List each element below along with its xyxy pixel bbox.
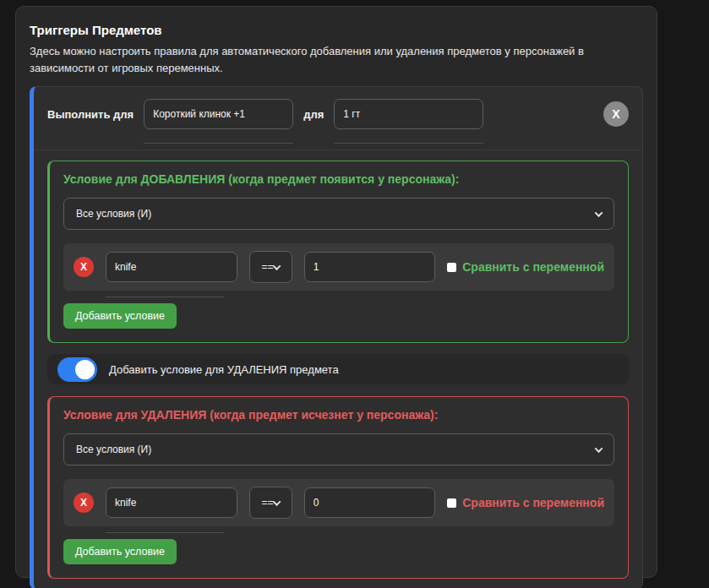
input-underline — [334, 143, 483, 144]
add-compare-variable-control[interactable]: Сравнить с переменной — [447, 260, 604, 274]
chevron-down-icon — [272, 262, 281, 270]
page-title: Триггеры Предметов — [30, 23, 643, 37]
add-logic-select[interactable]: Все условия (И) — [63, 198, 614, 230]
chevron-down-icon — [595, 209, 603, 217]
remove-compare-variable-control[interactable]: Сравнить с переменной — [447, 496, 604, 509]
item-field — [144, 99, 293, 129]
remove-logic-select[interactable]: Все условия (И) — [63, 433, 614, 466]
item-name-input[interactable] — [144, 99, 293, 129]
remove-operator-select[interactable]: == — [249, 487, 292, 519]
for-label: для — [303, 108, 324, 121]
removal-toggle-row: Добавить условие для УДАЛЕНИЯ предмета — [47, 354, 629, 384]
item-triggers-panel: Триггеры Предметов Здесь можно настроить… — [15, 6, 657, 578]
remove-operator-value: == — [262, 497, 274, 509]
add-value-input[interactable] — [304, 252, 436, 282]
remove-condition-button[interactable]: X — [74, 257, 94, 277]
add-condition-button[interactable]: Добавить условие — [63, 303, 177, 329]
add-operator-select[interactable]: == — [249, 251, 292, 283]
add-condition-row: X == Сравнить с переменной — [63, 243, 614, 291]
page-description: Здесь можно настроить правила для автома… — [30, 43, 617, 77]
x-icon: X — [612, 107, 619, 121]
add-logic-selected-value: Все условия (И) — [76, 208, 151, 220]
remove-condition-section: Условие для УДАЛЕНИЯ (когда предмет исче… — [47, 396, 629, 579]
add-section-heading: Условие для ДОБАВЛЕНИЯ (когда предмет по… — [63, 172, 614, 186]
remove-logic-selected-value: Все условия (И) — [76, 444, 151, 455]
input-underline — [144, 143, 293, 144]
remove-variable-input[interactable] — [106, 487, 237, 518]
target-input[interactable] — [334, 99, 483, 129]
execute-row: Выполнить для для X — [47, 99, 629, 129]
input-underline — [106, 532, 224, 533]
divider — [34, 150, 642, 150]
x-icon: X — [80, 261, 87, 273]
compare-label: Сравнить с переменной — [462, 260, 604, 274]
execute-for-label: Выполнить для — [47, 108, 134, 121]
compare-checkbox[interactable] — [447, 263, 456, 272]
removal-toggle-label: Добавить условие для УДАЛЕНИЯ предмета — [109, 363, 339, 376]
remove-section-heading: Условие для УДАЛЕНИЯ (когда предмет исче… — [63, 408, 614, 422]
trigger-card: Выполнить для для X Условие для ДОБАВЛЕН… — [30, 86, 643, 588]
chevron-down-icon — [272, 498, 281, 506]
compare-label: Сравнить с переменной — [462, 496, 604, 509]
remove-value-input[interactable] — [304, 487, 436, 518]
add-variable-input[interactable] — [106, 252, 237, 282]
input-underline — [106, 297, 224, 297]
remove-condition-row: X == Сравнить с переменной — [63, 479, 614, 526]
add-condition-section: Условие для ДОБАВЛЕНИЯ (когда предмет по… — [47, 161, 629, 343]
removal-toggle-switch[interactable] — [57, 357, 97, 382]
remove-condition-button[interactable]: X — [74, 493, 94, 513]
toggle-knob-icon — [75, 360, 95, 379]
chevron-down-icon — [595, 444, 603, 453]
add-operator-value: == — [262, 261, 274, 273]
remove-trigger-button[interactable]: X — [603, 101, 629, 127]
add-condition-button[interactable]: Добавить условие — [63, 539, 177, 564]
compare-checkbox[interactable] — [447, 498, 456, 508]
x-icon: X — [80, 497, 87, 509]
target-field — [334, 99, 483, 129]
